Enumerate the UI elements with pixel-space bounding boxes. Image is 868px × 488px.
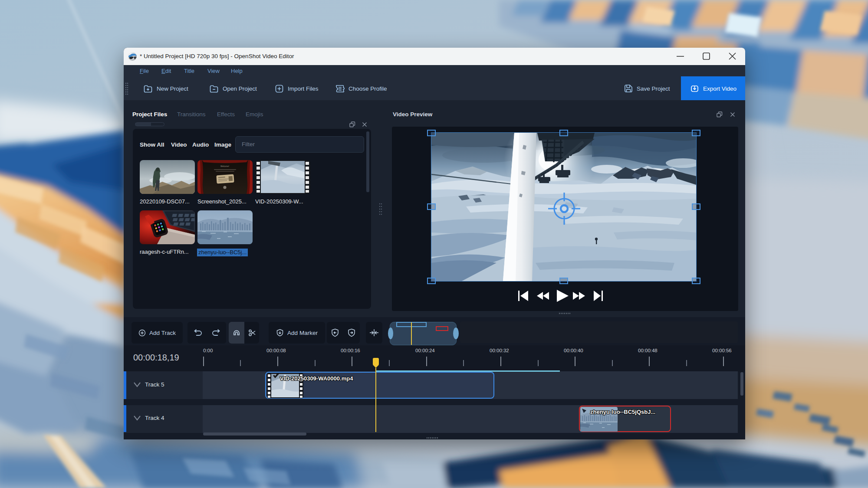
svg-text:Welcome!: Welcome! bbox=[220, 165, 229, 167]
